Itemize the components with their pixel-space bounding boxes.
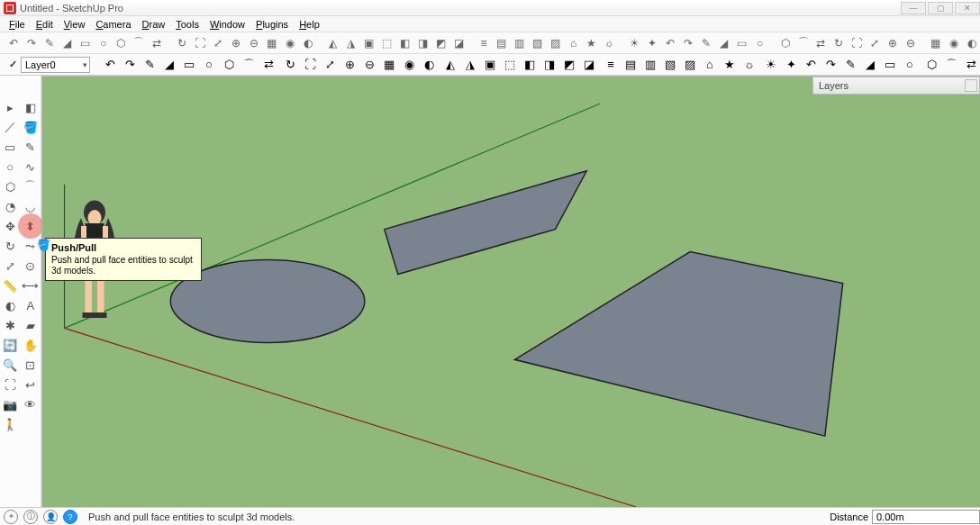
circle-tool[interactable]: ○ [0,157,21,177]
toolbar2-icon-30[interactable]: ⌂ [701,56,719,74]
protractor-tool[interactable]: ◐ [0,295,21,315]
toolbar1-icon-24[interactable]: ◪ [450,35,467,51]
toolbar1-icon-11[interactable]: ⤢ [210,35,226,51]
toolbar1-icon-36[interactable]: ↷ [680,35,696,51]
toolbar2-icon-18[interactable]: ◮ [461,56,479,74]
menu-view[interactable]: View [59,19,91,30]
toolbar1-icon-41[interactable]: ⬡ [777,35,794,51]
toolbar1-icon-30[interactable]: ⌂ [566,35,582,51]
menu-draw[interactable]: Draw [137,19,171,30]
toolbar2-icon-15[interactable]: ◉ [400,56,418,74]
toolbar2-icon-11[interactable]: ⤢ [321,56,339,74]
toolbar2-icon-38[interactable]: ◢ [861,56,879,74]
toolbar1-icon-16[interactable]: ◐ [300,35,316,51]
toolbar1-icon-21[interactable]: ◧ [396,35,413,51]
toolbar1-icon-15[interactable]: ◉ [282,35,298,51]
toolbar1-icon-22[interactable]: ◨ [414,35,431,51]
toolbar1-icon-48[interactable]: ⊖ [903,35,919,51]
toolbar2-icon-36[interactable]: ↷ [821,56,839,74]
zoom-window-tool[interactable]: ⊡ [21,355,41,375]
menu-file[interactable]: File [4,19,31,30]
toolbar1-icon-6[interactable]: ⬡ [113,35,130,51]
toolbar1-icon-51[interactable]: ◐ [964,35,980,51]
toolbar1-icon-45[interactable]: ⛶ [848,35,865,51]
zoom-tool[interactable]: 🔍 [0,355,21,375]
toolbar1-icon-19[interactable]: ▣ [360,35,377,51]
menu-plugins[interactable]: Plugins [250,19,294,30]
toolbar2-icon-2[interactable]: ✎ [141,56,159,74]
menu-window[interactable]: Window [204,19,250,30]
toolbar2-icon-37[interactable]: ✎ [841,56,859,74]
section-tool[interactable]: ▰ [21,315,41,335]
polygon-tool[interactable]: ⬡ [0,177,21,196]
axes-tool[interactable]: ✱ [0,315,21,335]
rotate-tool[interactable]: ↻ [0,236,21,256]
menu-tools[interactable]: Tools [170,19,204,30]
toolbar2-icon-34[interactable]: ✦ [782,56,800,74]
text-tool[interactable]: A [21,295,41,315]
toolbar1-icon-8[interactable]: ⇄ [149,35,165,51]
user-icon[interactable]: 👤 [43,510,58,524]
credits-icon[interactable]: ⓘ [23,510,38,524]
toolbar1-icon-7[interactable]: ⌒ [131,35,147,51]
toolbar2-icon-10[interactable]: ⛶ [301,56,319,74]
toolbar1-icon-40[interactable]: ○ [752,35,768,51]
layers-panel-collapse-icon[interactable] [965,79,977,92]
toolbar2-icon-3[interactable]: ◢ [160,56,178,74]
toolbar2-icon-12[interactable]: ⊕ [340,56,358,74]
toolbar2-icon-29[interactable]: ▨ [681,56,699,74]
toolbar1-icon-14[interactable]: ▦ [264,35,280,51]
walk-tool[interactable]: 🚶 [0,414,21,434]
eraser-tool[interactable]: ◧ [21,97,41,117]
toolbar1-icon-26[interactable]: ▤ [494,35,510,51]
toolbar1-icon-2[interactable]: ✎ [41,35,58,51]
toolbar2-icon-32[interactable]: ☼ [740,56,758,74]
toolbar1-icon-23[interactable]: ◩ [432,35,449,51]
toolbar2-icon-1[interactable]: ↷ [121,56,139,74]
menu-help[interactable]: Help [294,19,325,30]
pencil-tool[interactable]: ✎ [21,137,41,157]
toolbar1-icon-18[interactable]: ◮ [343,35,359,51]
toolbar1-icon-34[interactable]: ✦ [644,35,660,51]
toolbar1-icon-37[interactable]: ✎ [698,35,714,51]
layers-panel[interactable]: Layers [812,77,980,95]
toolbar2-icon-40[interactable]: ○ [901,56,919,74]
toolbar2-icon-17[interactable]: ◭ [441,56,459,74]
help-icon[interactable]: ? [63,510,77,524]
toolbar1-icon-17[interactable]: ◭ [325,35,341,51]
maximize-button[interactable]: ▢ [928,2,953,14]
toolbar2-icon-25[interactable]: ≡ [602,56,620,74]
toolbar1-icon-50[interactable]: ◉ [946,35,962,51]
toolbar2-icon-8[interactable]: ⇄ [259,56,277,74]
offset-tool[interactable]: ⊙ [21,256,41,276]
toolbar1-icon-10[interactable]: ⛶ [192,35,208,51]
toolbar2-icon-28[interactable]: ▧ [661,56,679,74]
toolbar2-icon-5[interactable]: ○ [200,56,218,74]
toolbar1-icon-44[interactable]: ↻ [830,35,847,51]
toolbar2-icon-22[interactable]: ◨ [540,56,558,74]
position-camera-tool[interactable]: 📷 [0,394,21,414]
toolbar2-icon-27[interactable]: ▥ [641,56,659,74]
toolbar1-icon-27[interactable]: ▥ [512,35,528,51]
look-around-tool[interactable]: 👁 [21,394,41,414]
toolbar2-icon-23[interactable]: ◩ [560,56,578,74]
toolbar1-icon-4[interactable]: ▭ [77,35,94,51]
select-tool[interactable]: ▸ [0,97,21,117]
toolbar1-icon-46[interactable]: ⤢ [867,35,883,51]
toolbar1-icon-0[interactable]: ↶ [5,35,22,51]
toolbar1-icon-5[interactable]: ○ [95,35,112,51]
distance-input[interactable] [872,510,980,524]
toolbar2-icon-42[interactable]: ⌒ [942,56,960,74]
toolbar2-icon-9[interactable]: ↻ [281,56,299,74]
toolbar1-icon-31[interactable]: ★ [583,35,599,51]
minimize-button[interactable]: — [901,2,926,14]
tape-tool[interactable]: 📏 [0,276,21,295]
viewport-3d[interactable]: Layers [41,76,980,507]
toolbar1-icon-20[interactable]: ⬚ [378,35,395,51]
toolbar2-icon-21[interactable]: ◧ [521,56,539,74]
menu-camera[interactable]: Camera [90,19,136,30]
toolbar2-icon-33[interactable]: ☀ [762,56,780,74]
toolbar1-icon-38[interactable]: ◢ [716,35,732,51]
toolbar1-icon-32[interactable]: ☼ [601,35,617,51]
arc-tool[interactable]: ⌒ [21,177,41,196]
